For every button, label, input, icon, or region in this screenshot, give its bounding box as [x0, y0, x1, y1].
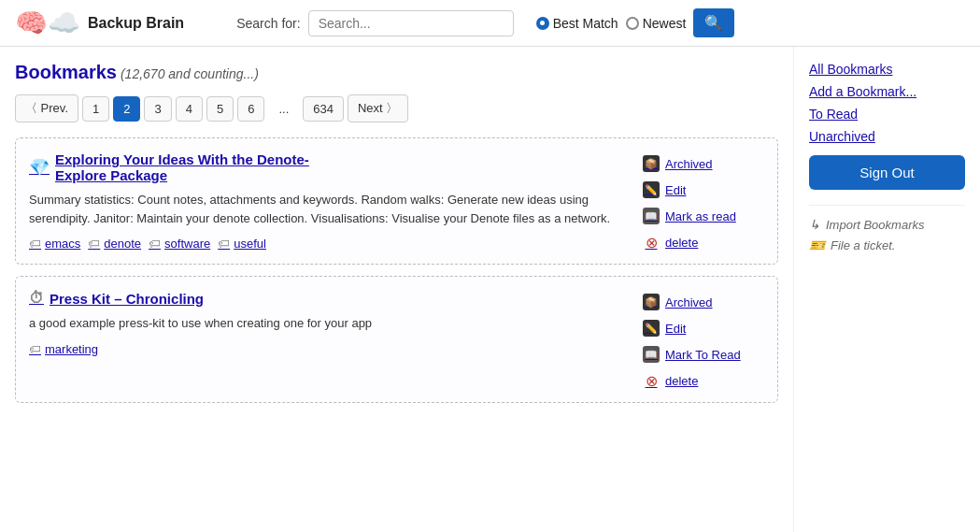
delete-label: delete — [665, 236, 698, 250]
tag-emacs[interactable]: 🏷emacs — [29, 237, 80, 251]
clock-icon: ⏱ — [29, 290, 44, 307]
newest-radio[interactable] — [626, 17, 639, 30]
tag-useful[interactable]: 🏷useful — [218, 237, 266, 251]
edit-label: Edit — [665, 183, 686, 197]
archived-action[interactable]: 📦 Archived — [643, 294, 764, 310]
import-icon: ↳ — [809, 217, 820, 232]
tag-label: emacs — [45, 237, 80, 251]
search-label: Search for: — [236, 16, 300, 31]
search-button[interactable]: 🔍 — [693, 8, 734, 37]
sign-out-button[interactable]: Sign Out — [809, 155, 965, 190]
bookmark-description: a good example press-kit to use when cre… — [29, 314, 628, 333]
best-match-radio[interactable] — [536, 17, 549, 30]
bookmark-actions: 📦 Archived ✏️ Edit 📖 Mark as read ⊗ dele… — [643, 151, 764, 251]
mark-to-read-label: Mark To Read — [665, 348, 741, 362]
page-subtitle: (12,670 and counting...) — [121, 66, 259, 81]
delete-icon: ⊗ — [643, 234, 660, 251]
mark-read-label: Mark as read — [665, 209, 736, 223]
tag-icon: 🏷 — [149, 237, 161, 251]
archived-label: Archived — [665, 157, 713, 171]
edit-action[interactable]: ✏️ Edit — [643, 320, 764, 337]
tag-marketing[interactable]: 🏷marketing — [29, 342, 98, 356]
sort-newest-label: Newest — [643, 16, 687, 31]
bookmark-title-text: Press Kit – Chronicling — [50, 291, 204, 307]
sidebar-divider — [809, 205, 965, 206]
prev-button[interactable]: 〈 Prev. — [15, 94, 78, 122]
sidebar-to-read[interactable]: To Read — [809, 107, 965, 122]
delete-action[interactable]: ⊗ delete — [643, 372, 764, 389]
tag-icon: 🏷 — [29, 342, 41, 356]
bookmark-card: ⏱ Press Kit – Chronicling a good example… — [15, 276, 778, 403]
page-3-button[interactable]: 3 — [144, 96, 171, 122]
search-area: Search for: — [236, 10, 513, 36]
delete-label: delete — [665, 374, 698, 388]
edit-label: Edit — [665, 322, 686, 336]
app-logo[interactable]: 🧠☁️ Backup Brain — [15, 7, 184, 38]
bookmark-description: Summary statistics: Count notes, attachm… — [29, 191, 628, 227]
archived-label: Archived — [665, 295, 713, 309]
sort-options: Best Match Newest 🔍 — [536, 8, 735, 37]
archive-icon: 📦 — [643, 294, 660, 310]
mark-to-read-action[interactable]: 📖 Mark To Read — [643, 346, 764, 363]
sidebar-all-bookmarks[interactable]: All Bookmarks — [809, 62, 965, 77]
header: 🧠☁️ Backup Brain Search for: Best Match … — [0, 0, 980, 47]
bookmark-title[interactable]: ⏱ Press Kit – Chronicling — [29, 290, 628, 307]
tag-denote[interactable]: 🏷denote — [88, 237, 141, 251]
tag-icon: 🏷 — [88, 237, 100, 251]
page-2-button[interactable]: 2 — [113, 96, 140, 122]
app-name: Backup Brain — [88, 15, 184, 32]
bookmark-main: ⏱ Press Kit – Chronicling a good example… — [29, 290, 628, 389]
page-4-button[interactable]: 4 — [176, 96, 203, 122]
mark-to-read-icon: 📖 — [643, 346, 660, 363]
bookmark-card: 💎 Exploring Your Ideas With the Denote-E… — [15, 137, 778, 265]
edit-icon: ✏️ — [643, 320, 660, 337]
page-title: Bookmarks — [15, 62, 117, 83]
page-634-button[interactable]: 634 — [303, 96, 344, 122]
bookmark-actions: 📦 Archived ✏️ Edit 📖 Mark To Read ⊗ dele… — [643, 290, 764, 389]
sidebar: All Bookmarks Add a Bookmark... To Read … — [793, 47, 980, 532]
sidebar-unarchived[interactable]: Unarchived — [809, 129, 965, 144]
tag-icon: 🏷 — [29, 237, 41, 251]
page-dots: ... — [268, 96, 299, 122]
mark-icon: 📖 — [643, 208, 660, 224]
page-5-button[interactable]: 5 — [206, 96, 234, 122]
delete-icon: ⊗ — [643, 372, 660, 389]
bookmark-tags: 🏷emacs 🏷denote 🏷software 🏷useful — [29, 237, 628, 251]
archive-icon: 📦 — [643, 155, 660, 172]
tag-label: denote — [104, 237, 141, 251]
tag-icon: 🏷 — [218, 237, 230, 251]
page-1-button[interactable]: 1 — [82, 96, 109, 122]
tag-label: marketing — [45, 342, 98, 356]
main-layout: Bookmarks (12,670 and counting...) 〈 Pre… — [0, 47, 980, 532]
sidebar-add-bookmark[interactable]: Add a Bookmark... — [809, 84, 965, 99]
mark-as-read-action[interactable]: 📖 Mark as read — [643, 208, 764, 224]
bookmark-title-text: Exploring Your Ideas With the Denote-Exp… — [55, 151, 309, 183]
pagination: 〈 Prev. 1 2 3 4 5 6 ... 634 Next 〉 — [15, 94, 778, 122]
bookmark-tags: 🏷marketing — [29, 342, 628, 356]
archived-action[interactable]: 📦 Archived — [643, 155, 764, 172]
page-6-button[interactable]: 6 — [237, 96, 264, 122]
sort-best-match-label: Best Match — [553, 16, 618, 31]
gem-icon: 💎 — [29, 157, 50, 178]
bookmark-main: 💎 Exploring Your Ideas With the Denote-E… — [29, 151, 628, 251]
tag-label: software — [164, 237, 210, 251]
sort-newest[interactable]: Newest — [626, 16, 687, 31]
brain-icon: 🧠☁️ — [15, 7, 80, 38]
bookmark-title[interactable]: 💎 Exploring Your Ideas With the Denote-E… — [29, 151, 628, 183]
content-area: Bookmarks (12,670 and counting...) 〈 Pre… — [0, 47, 793, 532]
title-row: Bookmarks (12,670 and counting...) — [15, 62, 778, 83]
ticket-label: File a ticket. — [831, 238, 895, 252]
import-label: Import Bookmarks — [826, 218, 924, 232]
tag-software[interactable]: 🏷software — [149, 237, 210, 251]
search-input[interactable] — [308, 10, 514, 36]
file-ticket-action[interactable]: 🎫 File a ticket. — [809, 237, 965, 252]
edit-action[interactable]: ✏️ Edit — [643, 181, 764, 198]
tag-label: useful — [234, 237, 266, 251]
sort-best-match[interactable]: Best Match — [536, 16, 618, 31]
ticket-icon: 🎫 — [809, 237, 825, 252]
delete-action[interactable]: ⊗ delete — [643, 234, 764, 251]
import-bookmarks-action[interactable]: ↳ Import Bookmarks — [809, 217, 965, 232]
next-button[interactable]: Next 〉 — [348, 94, 408, 122]
edit-icon: ✏️ — [643, 181, 660, 198]
